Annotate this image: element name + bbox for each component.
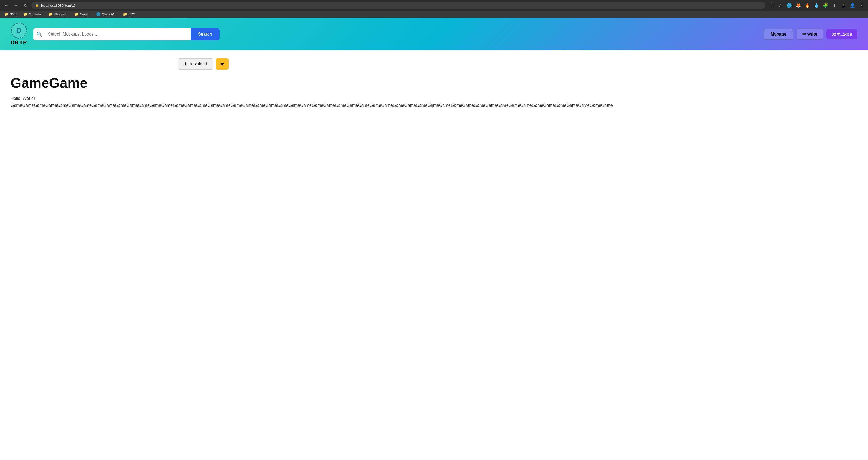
translate-icon[interactable]: 🌐 bbox=[785, 2, 793, 9]
fire-icon[interactable]: 🔥 bbox=[804, 2, 811, 9]
share-icon[interactable]: ⇧ bbox=[768, 2, 775, 9]
logo-text: DKTP bbox=[11, 40, 27, 46]
star-button[interactable]: ★ bbox=[216, 59, 228, 70]
forward-button[interactable]: → bbox=[12, 2, 20, 9]
folder-icon: 📁 bbox=[49, 12, 53, 16]
download-label: download bbox=[189, 62, 207, 66]
download-button[interactable]: ⬇ download bbox=[178, 59, 213, 70]
globe-icon: 🌐 bbox=[96, 12, 100, 16]
browser-chrome: ← → ↻ 🔒 localhost:8080/item/16 ⇧ ☆ 🌐 🦊 🔥… bbox=[0, 0, 868, 18]
download-arrow-icon: ⬇ bbox=[184, 62, 187, 67]
lock-icon: 🔒 bbox=[35, 3, 39, 7]
folder-icon: 📁 bbox=[74, 12, 79, 16]
profile-icon[interactable]: 🦊 bbox=[795, 2, 802, 9]
bookmark-youtube[interactable]: 📁 YouTube bbox=[22, 12, 43, 17]
address-bar[interactable]: 🔒 localhost:8080/item/16 bbox=[31, 2, 766, 9]
tablet-icon[interactable]: 📱 bbox=[840, 2, 847, 9]
search-icon: 🔍 bbox=[33, 31, 46, 37]
write-button[interactable]: ✏ write bbox=[797, 28, 823, 40]
reload-button[interactable]: ↻ bbox=[22, 2, 29, 9]
item-actions: ⬇ download ★ bbox=[11, 59, 228, 70]
bookmark-crypto-label: Crypto bbox=[80, 12, 89, 16]
item-body: Hello, World! GameGameGameGameGameGameGa… bbox=[11, 95, 857, 109]
search-area: 🔍 Search bbox=[33, 28, 219, 40]
bookmark-chatgpt-label: Chat GPT bbox=[102, 12, 116, 16]
folder-icon: 📁 bbox=[4, 12, 8, 16]
bookmark-crypto[interactable]: 📁 Crypto bbox=[73, 12, 91, 17]
bookmark-shopping[interactable]: 📁 Shopping bbox=[47, 12, 69, 17]
menu-icon[interactable]: ⋮ bbox=[858, 2, 865, 9]
search-button[interactable]: Search bbox=[191, 28, 219, 40]
back-button[interactable]: ← bbox=[3, 2, 10, 9]
water-icon[interactable]: 💧 bbox=[813, 2, 820, 9]
main-content: ⬇ download ★ GameGame Hello, World! Game… bbox=[0, 51, 868, 117]
mypage-button[interactable]: Mypage bbox=[764, 29, 793, 40]
bookmark-youtube-label: YouTube bbox=[29, 12, 41, 16]
bookmarks-bar: 📁 SNS 📁 YouTube 📁 Shopping 📁 Crypto 🌐 Ch… bbox=[0, 11, 868, 18]
pencil-icon: ✏ bbox=[802, 32, 806, 37]
logo-circle: D bbox=[11, 23, 27, 38]
bookmark-chatgpt[interactable]: 🌐 Chat GPT bbox=[95, 12, 118, 17]
item-title: GameGame bbox=[11, 75, 857, 91]
url-text: localhost:8080/item/16 bbox=[41, 3, 76, 7]
folder-icon: 📁 bbox=[23, 12, 28, 16]
browser-toolbar: ← → ↻ 🔒 localhost:8080/item/16 ⇧ ☆ 🌐 🦊 🔥… bbox=[0, 0, 868, 11]
bookmark-bcg[interactable]: 📁 BCG bbox=[121, 12, 137, 17]
puzzle-icon[interactable]: 🧩 bbox=[822, 2, 829, 9]
wallet-button[interactable]: 0x7f...1dc9 bbox=[826, 29, 857, 39]
star-icon: ★ bbox=[220, 61, 224, 67]
browser-action-icons: ⇧ ☆ 🌐 🦊 🔥 💧 🧩 ⬇ 📱 👤 ⋮ bbox=[768, 2, 865, 9]
app-header: D DKTP 🔍 Search Mypage ✏ write 0x7f...1d… bbox=[0, 18, 868, 51]
bookmark-star-icon[interactable]: ☆ bbox=[777, 2, 784, 9]
search-input[interactable] bbox=[46, 28, 191, 40]
bookmark-sns-label: SNS bbox=[10, 12, 17, 16]
bookmark-shopping-label: Shopping bbox=[54, 12, 67, 16]
bookmark-sns[interactable]: 📁 SNS bbox=[3, 12, 18, 17]
download-icon[interactable]: ⬇ bbox=[831, 2, 838, 9]
logo-area[interactable]: D DKTP bbox=[11, 23, 27, 46]
bookmark-bcg-label: BCG bbox=[128, 12, 135, 16]
avatar-icon[interactable]: 👤 bbox=[849, 2, 856, 9]
folder-icon: 📁 bbox=[123, 12, 127, 16]
header-actions: Mypage ✏ write 0x7f...1dc9 bbox=[764, 28, 857, 40]
item-body-line1: Hello, World! bbox=[11, 95, 857, 102]
item-body-line2: GameGameGameGameGameGameGameGameGameGame… bbox=[11, 102, 857, 109]
logo-letter: D bbox=[16, 26, 22, 35]
